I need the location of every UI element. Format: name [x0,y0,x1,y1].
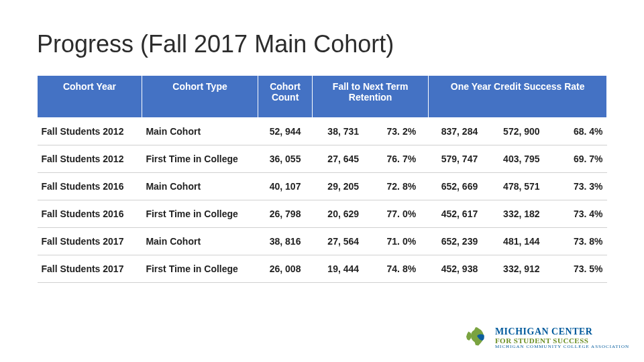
cell-cred-a: 652, 669 [429,173,490,200]
cell-ret-p: 76. 7% [374,145,429,173]
logo-text: MICHIGAN CENTER FOR STUDENT SUCCESS MICH… [495,327,629,350]
cell-year: Fall Students 2012 [38,145,142,173]
cell-ret-p: 72. 8% [374,173,429,200]
cell-ret-p: 77. 0% [374,200,429,228]
cell-cred-p: 73. 8% [553,228,607,255]
cell-ret-n: 19, 444 [313,255,374,283]
cell-count: 38, 816 [258,228,313,255]
cell-cred-a: 652, 239 [429,228,490,255]
table-header: Cohort Year Cohort Type Cohort Count Fal… [38,76,607,118]
logo-line1: MICHIGAN CENTER [495,327,629,337]
cell-type: Main Cohort [142,118,258,145]
cell-type: First Time in College [142,255,258,283]
cell-count: 36, 055 [258,145,313,173]
page-title: Progress (Fall 2017 Main Cohort) [37,30,607,58]
cell-count: 40, 107 [258,173,313,200]
cell-ret-n: 27, 645 [313,145,374,173]
cell-cred-b: 332, 182 [490,200,552,228]
cell-ret-p: 73. 2% [374,118,429,145]
cell-ret-n: 29, 205 [313,173,374,200]
cell-cred-p: 69. 7% [553,145,607,173]
col-retention: Fall to Next Term Retention [313,76,429,118]
cell-ret-n: 38, 731 [313,118,374,145]
cell-year: Fall Students 2016 [38,200,142,228]
cell-type: Main Cohort [142,228,258,255]
cell-cred-p: 73. 5% [553,255,607,283]
cell-year: Fall Students 2017 [38,255,142,283]
col-cohort-count: Cohort Count [258,76,313,118]
col-cohort-year: Cohort Year [38,76,142,118]
cell-cred-b: 478, 571 [490,173,552,200]
table-row: Fall Students 2017 Main Cohort 38, 816 2… [38,228,607,255]
cell-cred-b: 403, 795 [490,145,552,173]
cell-ret-p: 74. 8% [374,255,429,283]
table-row: Fall Students 2016 Main Cohort 40, 107 2… [38,173,607,200]
col-credit: One Year Credit Success Rate [429,76,607,118]
cell-count: 26, 798 [258,200,313,228]
cell-year: Fall Students 2016 [38,173,142,200]
cell-count: 26, 008 [258,255,313,283]
cell-cred-b: 481, 144 [490,228,552,255]
cell-type: Main Cohort [142,173,258,200]
cell-ret-p: 71. 0% [374,228,429,255]
cell-cred-a: 452, 938 [429,255,490,283]
table-row: Fall Students 2016 First Time in College… [38,200,607,228]
table-row: Fall Students 2017 First Time in College… [38,255,607,283]
cell-cred-a: 452, 617 [429,200,490,228]
col-cohort-type: Cohort Type [142,76,258,118]
cell-count: 52, 944 [258,118,313,145]
cell-ret-n: 27, 564 [313,228,374,255]
footer-logo: MICHIGAN CENTER FOR STUDENT SUCCESS MICH… [463,323,629,354]
cell-ret-n: 20, 629 [313,200,374,228]
table-row: Fall Students 2012 Main Cohort 52, 944 3… [38,118,607,145]
cell-cred-b: 572, 900 [490,118,552,145]
logo-line3: MICHIGAN COMMUNITY COLLEGE ASSOCIATION [495,345,629,349]
table-row: Fall Students 2012 First Time in College… [38,145,607,173]
cell-cred-a: 579, 747 [429,145,490,173]
cell-cred-p: 68. 4% [553,118,607,145]
cell-type: First Time in College [142,145,258,173]
cell-cred-b: 332, 912 [490,255,552,283]
cohort-table: Cohort Year Cohort Type Cohort Count Fal… [37,75,607,283]
michigan-map-icon [463,323,491,354]
cell-year: Fall Students 2017 [38,228,142,255]
cell-cred-p: 73. 4% [553,200,607,228]
cell-cred-a: 837, 284 [429,118,490,145]
slide: Progress (Fall 2017 Main Cohort) Cohort … [0,0,644,362]
table-body: Fall Students 2012 Main Cohort 52, 944 3… [38,118,607,283]
cell-type: First Time in College [142,200,258,228]
cell-year: Fall Students 2012 [38,118,142,145]
cell-cred-p: 73. 3% [553,173,607,200]
